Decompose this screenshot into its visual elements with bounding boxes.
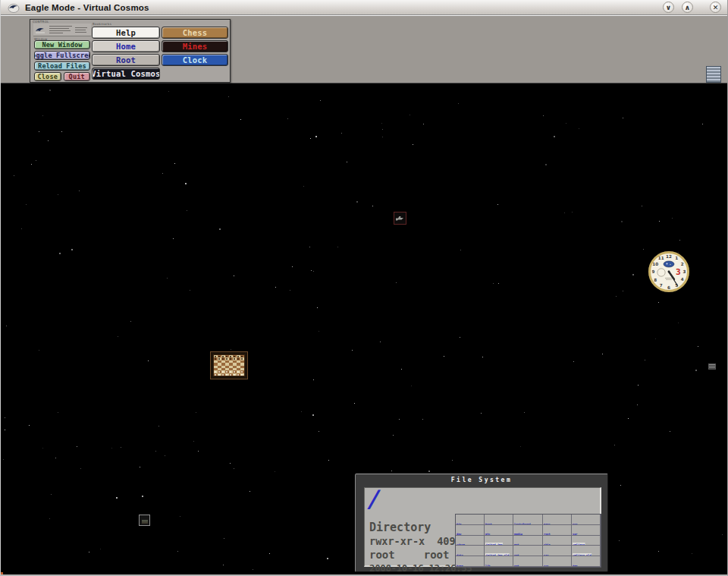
star [158, 426, 159, 426]
star [564, 212, 565, 213]
star [275, 471, 275, 472]
star [167, 278, 168, 279]
eagle-mode-logo-icon [8, 2, 20, 13]
btn-virtual-cosmos[interactable]: Virtual Cosmos [92, 68, 160, 80]
fs-entry[interactable]: vmlinuz.old [572, 546, 601, 556]
fs-entry[interactable]: home [456, 556, 485, 567]
fs-entry[interactable]: tmp [572, 556, 601, 567]
star [524, 412, 525, 413]
maximize-button[interactable]: ∧ [682, 2, 693, 13]
star [619, 540, 620, 541]
file-system-panel[interactable]: File System / Directory rwxr-xr-x 4096 r… [355, 474, 608, 572]
file-system-panel-title: File System [356, 477, 607, 483]
star [155, 451, 156, 452]
fs-entry[interactable]: dev [456, 525, 485, 536]
btn-mines[interactable]: Mines [162, 40, 228, 52]
star [118, 336, 118, 337]
star [198, 451, 199, 452]
fs-entry[interactable]: lost+found [513, 515, 542, 525]
fs-entry[interactable]: proc [543, 515, 572, 525]
svg-text:2: 2 [681, 262, 684, 266]
star [658, 551, 659, 552]
entry-group: root [424, 548, 450, 562]
panel-resize-grip[interactable] [706, 66, 721, 83]
btn-reload-files[interactable]: Reload Files [34, 61, 90, 71]
star [642, 206, 642, 206]
star [391, 471, 392, 471]
fs-entry[interactable]: opt [513, 546, 542, 556]
fs-entry[interactable]: bin [456, 515, 485, 525]
star [111, 448, 112, 449]
close-window-button[interactable]: ✕ [710, 2, 721, 13]
star [173, 238, 174, 239]
titlebar[interactable]: Eagle Mode - Virtual Cosmos ∨ ∧ ✕ [1, 0, 727, 15]
fs-entry[interactable]: initrd.img [485, 536, 513, 546]
star [698, 346, 698, 347]
btn-help[interactable]: Help [92, 27, 160, 39]
btn-close[interactable]: Close [34, 72, 61, 81]
fs-entry[interactable]: boot [485, 515, 513, 525]
star [645, 360, 645, 360]
spaceship-icon [396, 216, 404, 221]
star [223, 565, 224, 565]
star [460, 337, 460, 338]
root-path: / [368, 485, 376, 512]
fs-entry[interactable]: vmlinuz [572, 536, 601, 546]
star [140, 467, 140, 467]
svg-text:8: 8 [654, 278, 657, 282]
star [292, 266, 293, 267]
star [638, 385, 639, 386]
btn-quit[interactable]: Quit [64, 72, 91, 81]
chess-thumbnail[interactable] [210, 351, 248, 379]
star [36, 160, 36, 161]
window-title: Eagle Mode - Virtual Cosmos [25, 3, 149, 12]
btn-chess[interactable]: Chess [162, 27, 228, 39]
star [579, 128, 579, 129]
fs-entry[interactable]: lib [485, 556, 513, 567]
mines-thumbnail[interactable] [394, 212, 406, 225]
fs-entry[interactable]: usr [572, 515, 601, 525]
star [55, 458, 56, 458]
fs-entry[interactable]: media [513, 525, 542, 536]
star [628, 418, 629, 419]
small-applet-thumbnail[interactable] [139, 515, 150, 526]
star [554, 136, 555, 137]
file-system-content: / Directory rwxr-xr-x 4096 root root 200… [364, 487, 601, 567]
star [341, 133, 342, 134]
star [313, 379, 314, 380]
star [21, 228, 22, 229]
star [31, 164, 32, 165]
svg-text:6: 6 [667, 285, 670, 290]
entry-permissions: rwxr-xr-x [369, 534, 425, 548]
distant-panel-thumbnail[interactable] [708, 364, 716, 370]
star [372, 206, 373, 206]
btn-home[interactable]: Home [92, 40, 160, 52]
resize-corner[interactable] [1, 572, 3, 574]
btn-root[interactable]: Root [92, 54, 160, 66]
btn-toggle-fullscreen[interactable]: Toggle Fullscreen [34, 51, 90, 60]
star [79, 190, 80, 191]
star [42, 448, 43, 449]
fs-entry[interactable]: srv [543, 546, 572, 556]
fs-entry[interactable]: etc [485, 525, 513, 536]
star [58, 194, 58, 195]
fs-entry[interactable]: sys [543, 556, 572, 567]
star [177, 551, 178, 552]
minimize-button[interactable]: ∨ [663, 2, 674, 13]
fs-entry[interactable]: cdrom [456, 536, 485, 546]
fs-entry[interactable]: mnt [513, 536, 542, 546]
fs-entry[interactable]: sbin [543, 536, 572, 546]
fs-entry[interactable]: initrd.img.old [485, 546, 513, 556]
btn-new-window[interactable]: New Window [34, 40, 90, 49]
star [347, 162, 347, 162]
btn-clock[interactable]: Clock [162, 54, 228, 66]
star [58, 412, 58, 413]
about-block [33, 24, 91, 36]
star [337, 247, 338, 247]
cosmos-viewport[interactable]: 121234567891011 3 File System / Director… [1, 84, 727, 576]
clock-widget[interactable]: 121234567891011 3 [648, 250, 690, 293]
fs-entry[interactable]: net [513, 556, 542, 567]
fs-entry[interactable]: var [572, 525, 601, 536]
fs-entry[interactable]: data [456, 546, 485, 556]
fs-entry[interactable]: root [543, 525, 572, 536]
